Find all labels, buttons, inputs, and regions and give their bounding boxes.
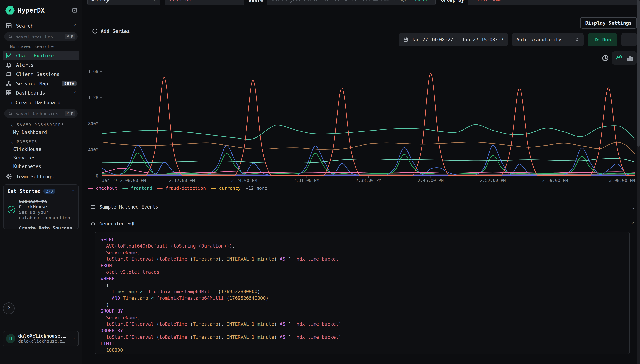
more-options-button[interactable]: ⋮ bbox=[621, 33, 637, 46]
x-axis-tick-label: 2:17:00 PM bbox=[169, 178, 195, 183]
create-dashboard-label: Create Dashboard bbox=[16, 100, 61, 105]
series-unnamed-6 bbox=[102, 142, 635, 154]
display-settings-button[interactable]: Display Settings bbox=[580, 17, 637, 28]
group-by-value: ServiceName bbox=[472, 0, 502, 2]
chart-legend: checkout frontend fraud-detection curren… bbox=[88, 186, 267, 191]
sql-line: AND Timestamp < fromUnixTimestamp64Milli… bbox=[101, 295, 624, 302]
get-started-title: Get Started bbox=[8, 188, 41, 194]
generated-sql-title: Generated SQL bbox=[100, 221, 136, 226]
sidebar-item-alerts[interactable]: Alerts bbox=[3, 60, 79, 70]
sample-matched-events-section[interactable]: Sample Matched Events ⌄ bbox=[88, 199, 637, 215]
presets-header[interactable]: ⌄ PRESETS bbox=[3, 136, 79, 145]
metric-field[interactable]: Duration bbox=[165, 0, 244, 5]
check-circle-icon bbox=[8, 206, 15, 214]
mode-lucene-label[interactable]: Lucene bbox=[415, 0, 431, 2]
sidebar-item-team-settings[interactable]: Team Settings bbox=[3, 172, 79, 181]
sql-line: FROM bbox=[101, 262, 624, 269]
aggregation-select[interactable]: Average ⌄ bbox=[87, 0, 160, 5]
shortcut-badge: ⌘ K bbox=[65, 34, 75, 39]
legend-label: checkout bbox=[96, 186, 117, 191]
saved-dashboards-header[interactable]: ⌄ SAVED DASHBOARDS bbox=[3, 120, 79, 128]
sql-line: otel_v2.otel_traces bbox=[101, 269, 624, 275]
legend-item[interactable]: frontend bbox=[122, 186, 152, 191]
dashboard-item[interactable]: My Dashboard bbox=[3, 128, 79, 136]
search-icon bbox=[8, 111, 13, 116]
x-axis-labels: Jan 27 2:08:00 PM2:17:00 PM2:24:00 PM2:3… bbox=[102, 178, 635, 184]
get-started-items: Connect to ClickHouse Set up your databa… bbox=[8, 199, 75, 230]
sidebar-item-search[interactable]: Search ⌃ bbox=[3, 21, 79, 30]
preset-item[interactable]: Services bbox=[3, 154, 79, 162]
legend-item[interactable]: currency bbox=[211, 186, 241, 191]
sidebar-item-chart-explorer[interactable]: Chart Explorer bbox=[3, 51, 79, 60]
granularity-value: Auto Granularity bbox=[516, 37, 561, 42]
x-axis-tick-label: 3:08:00 PM bbox=[609, 178, 635, 183]
sidebar-item-service-map[interactable]: Service Map BETA bbox=[3, 79, 79, 88]
sql-line: LIMIT bbox=[101, 340, 624, 347]
scrollbar-thumb[interactable] bbox=[637, 0, 640, 146]
chart-type-toggle bbox=[612, 52, 637, 64]
sql-line: ServiceName, bbox=[101, 314, 624, 321]
time-mode-button[interactable] bbox=[602, 54, 609, 62]
shortcut-badge: ⌘ K bbox=[65, 111, 75, 116]
mode-sql-label[interactable]: SQL bbox=[399, 0, 407, 2]
where-label: Where bbox=[249, 0, 263, 5]
run-label: Run bbox=[602, 37, 611, 42]
get-started-item[interactable]: Create Data Sources Configure where your… bbox=[8, 226, 75, 230]
chevron-up-icon[interactable]: ⌃ bbox=[72, 189, 75, 194]
sidebar-collapse-icon[interactable] bbox=[72, 8, 77, 13]
granularity-select[interactable]: Auto Granularity bbox=[512, 33, 584, 46]
help-button[interactable]: ? bbox=[3, 302, 15, 314]
sql-line: 100000 bbox=[101, 347, 624, 354]
sidebar-item-client-sessions[interactable]: Client Sessions bbox=[3, 70, 79, 79]
timeseries-chart[interactable] bbox=[102, 72, 635, 176]
list-icon bbox=[90, 204, 96, 210]
account-name: dale@clickhouse.… bbox=[18, 334, 66, 339]
time-range-value: Jan 27 14:08:27 - Jan 27 15:08:27 bbox=[411, 37, 504, 42]
series-unnamed-7 bbox=[102, 153, 635, 174]
x-axis-tick-label: 2:45:00 PM bbox=[418, 178, 444, 183]
generated-sql-code[interactable]: SELECT AVG(toFloat64OrDefault (toString … bbox=[95, 232, 630, 354]
saved-dashboards-placeholder: Saved Dashboards bbox=[16, 111, 62, 116]
get-started-progress-badge: 2/3 bbox=[44, 188, 55, 194]
preset-item[interactable]: ClickHouse bbox=[3, 145, 79, 154]
account-email: dale@clickhouse.c… bbox=[18, 339, 66, 344]
hyperdx-logo-icon: ⚡ bbox=[5, 6, 15, 15]
bar-chart-toggle[interactable] bbox=[626, 54, 633, 62]
metric-value: Duration bbox=[169, 0, 191, 2]
chevron-up-icon[interactable]: ⌃ bbox=[632, 221, 635, 226]
saved-searches-input[interactable]: Saved Searches ⌘ K bbox=[4, 32, 78, 41]
mode-separator: | bbox=[410, 0, 412, 2]
time-range-picker[interactable]: Jan 27 14:08:27 - Jan 27 15:08:27 bbox=[399, 33, 508, 46]
sidebar-item-dashboards[interactable]: Dashboards ⌃ bbox=[3, 88, 79, 98]
add-series-label: Add Series bbox=[101, 28, 130, 34]
sql-line: toStartOfInterval (toDateTime (Timestamp… bbox=[101, 334, 624, 340]
legend-item[interactable]: fraud-detection bbox=[157, 186, 206, 191]
group-by-field[interactable]: ServiceName bbox=[468, 0, 638, 5]
line-chart-toggle[interactable] bbox=[615, 54, 622, 62]
chevron-down-icon[interactable]: ⌄ bbox=[632, 204, 635, 210]
legend-more-link[interactable]: +12 more bbox=[246, 186, 267, 191]
get-started-item-title: Connect to ClickHouse bbox=[19, 199, 73, 210]
sidebar-item-label: Team Settings bbox=[16, 174, 77, 179]
get-started-item[interactable]: Connect to ClickHouse Set up your databa… bbox=[8, 199, 75, 221]
logo-row: ⚡ HyperDX bbox=[3, 5, 79, 15]
where-search-input[interactable]: Search your events w/ Lucene ex. columnN… bbox=[267, 0, 436, 5]
account-button[interactable]: D dale@clickhouse.… dale@clickhouse.c… › bbox=[3, 331, 79, 346]
query-mode-toggle[interactable]: SQL | Lucene bbox=[399, 0, 431, 2]
y-axis-tick-label: 400M bbox=[88, 148, 98, 152]
chevron-down-icon: ⌄ bbox=[11, 140, 14, 144]
line-chart-icon bbox=[615, 54, 622, 61]
page-scrollbar bbox=[637, 0, 640, 364]
saved-dashboards-list: My Dashboard bbox=[3, 128, 79, 136]
run-button[interactable]: Run bbox=[588, 33, 617, 46]
legend-item[interactable]: checkout bbox=[88, 186, 117, 191]
legend-swatch bbox=[88, 188, 93, 189]
where-search-placeholder: Search your events w/ Lucene ex. columnN… bbox=[270, 0, 396, 2]
generated-sql-section[interactable]: Generated SQL ⌃ bbox=[88, 216, 637, 232]
x-axis-tick-label: 2:59:00 PM bbox=[542, 178, 568, 183]
saved-dashboards-input[interactable]: Saved Dashboards ⌘ K bbox=[4, 109, 78, 118]
preset-item[interactable]: Kubernetes bbox=[3, 162, 79, 171]
add-series-button[interactable]: Add Series bbox=[92, 28, 130, 34]
saved-searches-placeholder: Saved Searches bbox=[16, 34, 62, 39]
create-dashboard-button[interactable]: + Create Dashboard bbox=[3, 98, 79, 108]
